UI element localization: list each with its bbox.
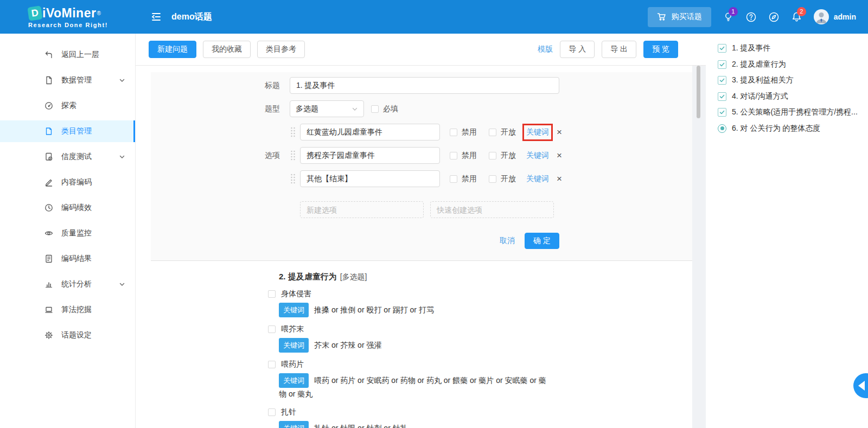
sidebar-item-quality-monitor[interactable]: 质量监控 — [0, 222, 135, 244]
remove-option-icon[interactable]: × — [557, 127, 562, 137]
new-question-button[interactable]: 新建问题 — [149, 41, 196, 58]
bell-badge: 2 — [797, 7, 806, 16]
question-outline-panel: 1. 提及事件 2. 提及虐童行为 3. 提及利益相关方 4. 对话/沟通方式 — [706, 34, 868, 428]
checked-checkbox-icon[interactable] — [718, 44, 726, 53]
q2-option-checkbox[interactable] — [268, 408, 276, 416]
sidebar-item-label: 算法挖掘 — [61, 305, 92, 315]
my-favorites-button[interactable]: 我的收藏 — [203, 41, 251, 58]
outline-item-5[interactable]: 5. 公关策略(适用于携程管理方/携程... — [718, 107, 863, 118]
scrollbar-thumb[interactable] — [697, 66, 700, 118]
remove-option-icon[interactable]: × — [557, 174, 562, 183]
q2-option-label: 身体侵害 — [281, 289, 311, 299]
sidebar-item-label: 类目管理 — [61, 126, 92, 136]
disable-checkbox[interactable] — [450, 152, 457, 159]
new-option-input[interactable] — [300, 201, 424, 218]
question-title-input[interactable] — [290, 77, 559, 94]
remove-option-icon[interactable]: × — [557, 151, 562, 160]
drag-handle-icon[interactable] — [290, 126, 296, 138]
checked-checkbox-icon[interactable] — [718, 92, 726, 101]
disable-label: 禁用 — [462, 151, 477, 161]
sidebar-item-statistics[interactable]: 统计分析 — [0, 273, 135, 295]
drag-handle-icon[interactable] — [290, 150, 296, 162]
bar-chart-icon — [44, 280, 53, 289]
open-label: 开放 — [501, 151, 516, 161]
preview-button[interactable]: 预 览 — [643, 41, 678, 58]
lightbulb-icon[interactable]: 1 — [723, 11, 734, 23]
sidebar-item-back[interactable]: 返回上一层 — [0, 44, 135, 66]
sidebar-item-coding-performance[interactable]: 编码绩效 — [0, 197, 135, 219]
question-type-select[interactable]: 多选题 — [290, 100, 364, 117]
option-text-input[interactable] — [300, 170, 440, 187]
quick-create-option-input[interactable] — [430, 201, 554, 218]
type-label: 题型 — [151, 104, 290, 114]
outline-item-2[interactable]: 2. 提及虐童行为 — [718, 59, 863, 70]
disable-checkbox[interactable] — [450, 175, 457, 183]
selected-radio-icon[interactable] — [718, 124, 726, 133]
outline-item-4[interactable]: 4. 对话/沟通方式 — [718, 91, 863, 102]
outline-item-label: 5. 公关策略(适用于携程管理方/携程... — [732, 107, 858, 117]
option-text-input[interactable] — [300, 147, 440, 164]
outline-item-label: 2. 提及虐童行为 — [732, 60, 786, 69]
cancel-button[interactable]: 取消 — [500, 236, 515, 246]
outline-item-3[interactable]: 3. 提及利益相关方 — [718, 75, 863, 86]
q2-option-checkbox[interactable] — [268, 325, 276, 333]
export-button[interactable]: 导 出 — [602, 41, 636, 58]
compass-icon[interactable] — [768, 11, 780, 23]
import-button[interactable]: 导 入 — [560, 41, 595, 58]
bell-icon[interactable]: 2 — [791, 11, 802, 23]
keyword-tag[interactable]: 关键词 — [279, 338, 309, 353]
user-menu[interactable]: admin — [814, 9, 856, 24]
template-link[interactable]: 模版 — [538, 44, 553, 54]
drag-handle-icon[interactable] — [290, 173, 296, 185]
open-checkbox[interactable] — [489, 129, 496, 136]
logo-text: iVoMiner — [42, 6, 96, 21]
options-label: 选项 — [151, 151, 290, 161]
scroll-gutter — [692, 34, 706, 428]
outline-item-1[interactable]: 1. 提及事件 — [718, 43, 863, 54]
keyword-link[interactable]: 关键词 — [526, 174, 549, 184]
keyword-tag[interactable]: 关键词 — [279, 421, 309, 428]
keyword-link[interactable]: 关键词 — [526, 127, 549, 137]
checked-checkbox-icon[interactable] — [718, 60, 726, 69]
open-checkbox[interactable] — [489, 152, 496, 159]
logo-tile-icon: D — [27, 5, 42, 21]
buy-topic-button[interactable]: 购买话题 — [648, 7, 711, 27]
checked-checkbox-icon[interactable] — [718, 76, 726, 85]
sidebar-item-explore[interactable]: 探索 — [0, 95, 135, 117]
checked-checkbox-icon[interactable] — [718, 108, 726, 117]
required-checkbox[interactable] — [371, 105, 379, 113]
sidebar-item-content-coding[interactable]: 内容编码 — [0, 171, 135, 193]
required-label: 必填 — [383, 104, 398, 114]
sidebar-item-algorithm-mining[interactable]: 算法挖掘 — [0, 299, 135, 321]
file-icon — [44, 76, 53, 85]
outline-item-6[interactable]: 6. 对 公关行为 的整体态度 — [718, 123, 863, 134]
sidebar-item-category-management[interactable]: 类目管理 — [0, 120, 135, 142]
keyword-link[interactable]: 关键词 — [526, 151, 549, 161]
scrollbar-track[interactable] — [692, 66, 706, 428]
disable-label: 禁用 — [462, 174, 477, 184]
confirm-button[interactable]: 确 定 — [525, 233, 559, 249]
sidebar-item-label: 返回上一层 — [61, 50, 99, 60]
sidebar-item-coding-results[interactable]: 编码结果 — [0, 248, 135, 270]
keyword-tag[interactable]: 关键词 — [279, 373, 309, 388]
q2-option-checkbox[interactable] — [268, 361, 276, 368]
open-label: 开放 — [501, 174, 516, 184]
sidebar-item-reliability-test[interactable]: 信度测试 — [0, 146, 135, 168]
lightbulb-badge: 1 — [729, 7, 738, 16]
sidebar-item-topic-settings[interactable]: 话题设定 — [0, 324, 135, 346]
sidebar-item-data-management[interactable]: 数据管理 — [0, 69, 135, 91]
help-icon[interactable] — [745, 11, 757, 23]
keyword-tag[interactable]: 关键词 — [279, 303, 309, 317]
disable-checkbox[interactable] — [450, 129, 457, 136]
eye-icon — [44, 229, 53, 238]
outline-item-label: 1. 提及事件 — [732, 43, 771, 53]
open-checkbox[interactable] — [489, 175, 496, 183]
q2-option: 喂药片 — [268, 360, 692, 369]
top-header: DiVoMiner® Research Done Right! demo话题 — [0, 0, 868, 34]
q2-option-checkbox[interactable] — [268, 290, 276, 298]
menu-fold-icon[interactable] — [151, 11, 162, 22]
category-reference-button[interactable]: 类目参考 — [257, 41, 305, 58]
question-editor-card: 标题 题型 多选题 必填 — [151, 72, 692, 261]
option-text-input[interactable] — [300, 124, 440, 140]
option-row: 选项 禁用 开放 关键词 × — [151, 147, 692, 164]
